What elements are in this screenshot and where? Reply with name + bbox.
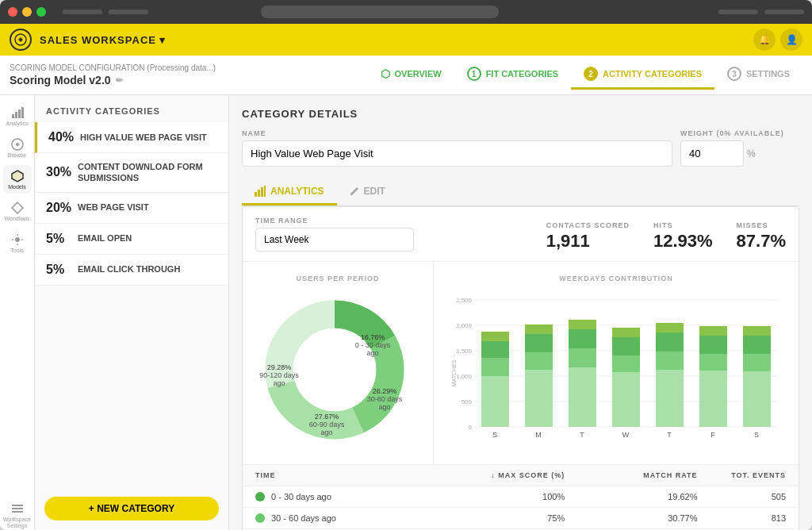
tab-analytics[interactable]: ANALYTICS	[242, 179, 337, 205]
donut-chart: 16.76% 0 - 30 days ago 26.29% 30-60 days…	[255, 290, 414, 449]
svg-rect-69	[699, 326, 727, 336]
weight-label: WEIGHT (0% AVAILABLE)	[680, 129, 799, 137]
svg-text:MATCHES →: MATCHES →	[451, 353, 457, 387]
row-max-score-0: 100%	[432, 492, 565, 501]
minimize-btn[interactable]	[22, 7, 32, 17]
app-header: SALES WORKSPACE ▾ 🔔 👤	[0, 24, 812, 56]
svg-rect-13	[258, 190, 260, 197]
app-name[interactable]: SALES WORKSPACE ▾	[40, 34, 166, 46]
weight-input[interactable]	[680, 140, 744, 167]
wizard-step-settings[interactable]: 3 SETTINGS	[714, 60, 802, 90]
svg-text:1,000: 1,000	[456, 373, 473, 380]
nav-item-workflows[interactable]: Workflows	[3, 197, 32, 225]
activity-step-circle: 2	[584, 67, 598, 81]
name-row: NAME WEIGHT (0% AVAILABLE) %	[242, 129, 799, 167]
page-title: Scoring Model v2.0 ✏	[10, 74, 216, 86]
tab-bar: ANALYTICS EDIT	[242, 179, 799, 206]
maximize-btn[interactable]	[36, 7, 46, 17]
row-events-0: 505	[698, 492, 787, 501]
svg-rect-50	[525, 370, 553, 427]
category-item-0[interactable]: 40% HIGH VALUE WEB PAGE VISIT	[35, 122, 228, 153]
stat-contacts-scored: CONTACTS SCORED 1,911	[546, 221, 630, 252]
stat-misses-label: MISSES	[737, 221, 786, 229]
col-header-time: TIME	[255, 471, 432, 479]
row-time-label-0: 0 - 30 days ago	[271, 492, 331, 501]
stat-contacts-value: 1,911	[546, 231, 630, 252]
new-category-button[interactable]: + NEW CATEGORY	[44, 497, 219, 520]
notification-icon[interactable]: 🔔	[753, 29, 776, 51]
nav-analytics-label: Analytics	[6, 121, 28, 126]
section-title: CATEGORY DETAILS	[242, 108, 799, 120]
category-item-3[interactable]: 5% EMAIL OPEN	[35, 224, 228, 255]
svg-rect-9	[12, 505, 23, 506]
row-match-rate-1: 30.77%	[565, 513, 697, 523]
category-item-1[interactable]: 30% CONTENT DOWNLOAD FORM SUBMISSIONS	[35, 153, 228, 193]
stat-misses-value: 87.7%	[737, 231, 786, 252]
time-range-select[interactable]: Last Week Last Month Last Quarter Last Y…	[255, 228, 414, 252]
user-avatar[interactable]: 👤	[780, 29, 802, 51]
svg-text:S: S	[492, 431, 497, 439]
category-item-2[interactable]: 20% WEB PAGE VISIT	[35, 193, 228, 224]
svg-text:90-120 days: 90-120 days	[259, 371, 299, 379]
stat-misses: MISSES 87.7%	[737, 221, 786, 252]
svg-rect-49	[481, 332, 509, 341]
svg-rect-11	[12, 511, 23, 513]
row-dot-0	[255, 492, 265, 501]
wizard-steps: ⬡ OVERVIEW 1 FIT CATEGORIES 2 ACTIVITY C…	[368, 60, 802, 90]
svg-text:S: S	[754, 431, 759, 439]
svg-rect-72	[743, 336, 771, 354]
nav-item-models[interactable]: Models	[3, 165, 32, 194]
data-table: TIME ↓ MAX SCORE (%) MATCH RATE TOT. EVE…	[243, 464, 799, 530]
title-bar-search	[261, 6, 499, 18]
category-name-0: HIGH VALUE WEB PAGE VISIT	[80, 132, 207, 143]
table-row-0: 0 - 30 days ago 100% 19.62% 505	[243, 486, 799, 508]
category-pct-2: 20%	[46, 201, 78, 215]
app-name-arrow: ▾	[159, 34, 166, 46]
wizard-step-overview[interactable]: ⬡ OVERVIEW	[368, 61, 454, 89]
main-content: CATEGORY DETAILS NAME WEIGHT (0% AVAILAB…	[229, 95, 812, 530]
analytics-tab-icon	[255, 186, 266, 197]
svg-rect-55	[569, 348, 596, 367]
wizard-step-fit-categories[interactable]: 1 FIT CATEGORIES	[454, 60, 571, 90]
svg-text:0 - 30 days: 0 - 30 days	[355, 341, 391, 349]
svg-text:2,000: 2,000	[456, 322, 473, 329]
bar-title: WEEKDAYS CONTRIBUTION	[446, 275, 786, 282]
nav-item-workspace[interactable]: Workspace Settings	[3, 501, 32, 530]
col-header-events: TOT. EVENTS	[698, 471, 787, 479]
row-time-1: 30 - 60 days ago	[255, 513, 432, 523]
category-name-3: EMAIL OPEN	[78, 232, 132, 244]
tab-edit-label: EDIT	[364, 186, 385, 197]
stat-hits: HITS 12.93%	[653, 221, 713, 252]
sub-header-top: SCORING MODEL CONFIGURATION (Processing …	[10, 60, 802, 90]
svg-rect-56	[569, 329, 596, 348]
svg-point-6	[16, 143, 19, 146]
fit-step-circle: 1	[467, 67, 481, 81]
category-pct-0: 40%	[48, 130, 80, 144]
edit-pencil-icon[interactable]: ✏	[116, 75, 123, 86]
stat-contacts-label: CONTACTS SCORED	[546, 221, 630, 229]
wizard-step-activity-categories[interactable]: 2 ACTIVITY CATEGORIES	[571, 60, 714, 90]
svg-text:W: W	[622, 431, 630, 439]
tab-edit[interactable]: EDIT	[337, 179, 398, 205]
tb-spacer-1	[63, 10, 102, 14]
svg-rect-68	[699, 336, 727, 354]
nav-item-browse[interactable]: Browse	[3, 133, 32, 162]
svg-rect-12	[255, 192, 257, 197]
name-input[interactable]	[242, 140, 672, 167]
svg-rect-71	[743, 354, 771, 371]
svg-point-8	[15, 237, 20, 242]
breadcrumb: SCORING MODEL CONFIGURATION (Processing …	[10, 63, 216, 72]
svg-text:30-60 days: 30-60 days	[367, 395, 403, 403]
tb-right-btn-2	[764, 10, 804, 14]
page-title-text: Scoring Model v2.0	[10, 74, 111, 86]
svg-rect-52	[525, 334, 553, 352]
nav-item-tools[interactable]: Tools	[3, 229, 32, 257]
wizard-step-settings-label: SETTINGS	[746, 69, 790, 79]
sidebar-header: ACTIVITY CATEGORIES	[35, 95, 228, 122]
sub-header: SCORING MODEL CONFIGURATION (Processing …	[0, 56, 812, 95]
category-item-4[interactable]: 5% EMAIL CLICK THROUGH	[35, 255, 228, 286]
nav-item-analytics[interactable]: Analytics	[3, 102, 32, 130]
svg-text:T: T	[580, 431, 584, 439]
close-btn[interactable]	[8, 7, 17, 17]
svg-text:27.67%: 27.67%	[315, 413, 339, 421]
